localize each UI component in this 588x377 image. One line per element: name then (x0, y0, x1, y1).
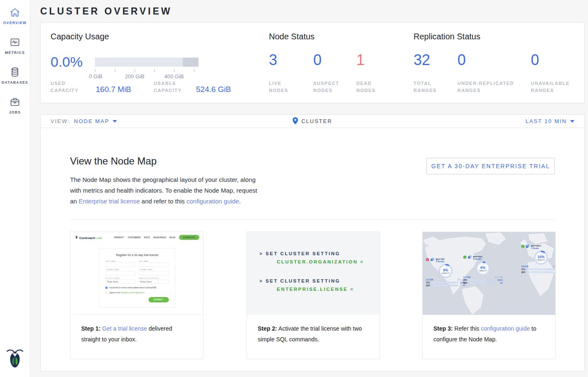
field-label: REASON FOR INTEREST (139, 278, 169, 279)
divider (70, 219, 555, 220)
node-map-panel: View the Node Map The Node Map shows the… (40, 128, 585, 371)
step-label: Step 2: (258, 325, 277, 332)
live-nodes-count: 3 (269, 53, 277, 68)
cpu-bar (469, 279, 496, 281)
step-3-caption: Step 3: Refer this configuration guide t… (423, 315, 555, 345)
field-label: COMPANY NAME (106, 269, 136, 271)
capacity-bar (95, 58, 198, 67)
qps-value: 0.0 (496, 282, 503, 284)
enterprise-trial-button[interactable]: GET A 30-DAY ENTERPRISE TRIAL (426, 158, 555, 174)
chevron-down-icon (113, 120, 117, 123)
cockroachdb-logo (5, 348, 24, 370)
chevron-down-icon (570, 120, 574, 123)
caption-text: Refer this (453, 325, 481, 332)
sidebar-item-label: OVERVIEW (0, 21, 30, 25)
checkbox-label: I would like to receive email updates ab… (109, 287, 157, 289)
cluster-summary-card: Capacity Usage 0.0% 0 GiB 200 GiB 400 Gi… (40, 22, 585, 103)
qps-label: QPS (521, 271, 526, 273)
dead-nodes-count: 1 (356, 53, 365, 68)
home-icon (9, 7, 21, 18)
download-pill: DOWNLOAD (179, 235, 199, 240)
qps-bar (469, 282, 496, 284)
used-capacity-label: USED CAPACITY (51, 80, 85, 94)
axis-tick (194, 69, 194, 72)
nav-item: BLOG (170, 237, 176, 239)
database-icon (9, 66, 21, 78)
step-1-caption: Step 1: Get a trial license delivered st… (70, 315, 203, 345)
text-field (139, 263, 169, 267)
used-capacity: 3.7 GiB (463, 276, 470, 278)
get-trial-license-link[interactable]: Get a trial license (102, 325, 147, 332)
metrics-icon (9, 36, 21, 48)
capacity-percent: 6% (480, 266, 485, 270)
cpu-value: 42.5% (496, 279, 503, 281)
replication-status-title: Replication Status (414, 32, 480, 41)
configuration-guide-link[interactable]: configuration guide (186, 198, 239, 205)
step-2-caption: Step 2: Activate the trial license with … (247, 315, 380, 345)
brand-name: Cockroach (79, 236, 95, 240)
live-nodes-label: LIVE NODES (269, 80, 298, 94)
select-field: Please Select (139, 280, 169, 284)
qps-value: 0.4 (554, 271, 555, 273)
cpu-label: CPU (426, 282, 431, 284)
axis-tick (154, 69, 155, 72)
sidebar-item-jobs[interactable]: JOBS (0, 96, 30, 114)
used-capacity: 3.2 GiB (426, 278, 433, 281)
nodes-icon (468, 255, 472, 260)
capacity-bar-nonusable-segment (183, 58, 198, 67)
page-title: CLUSTER OVERVIEW (40, 6, 588, 17)
location-pin-icon (293, 117, 298, 126)
capacity-gauge: 10% CAPACITY (534, 251, 548, 265)
nav-item: RESOURCES (153, 237, 166, 239)
sidebar-item-overview[interactable]: OVERVIEW (0, 7, 30, 25)
step-label: Step 1: (81, 325, 101, 332)
view-selector-value: NODE MAP (74, 118, 109, 124)
sidebar-item-metrics[interactable]: METRICS (0, 36, 30, 55)
axis-tick (115, 69, 115, 72)
suspect-nodes-label: SUSPECT NODES (313, 80, 346, 94)
capacity-percent: 9% (443, 268, 448, 272)
briefcase-icon (9, 96, 21, 108)
capacity-bar-chart: 0 GiB 200 GiB 400 GiB (95, 58, 198, 67)
axis-tick-label: 200 GiB (125, 73, 145, 80)
mini-site-nav: PRODUCT CUSTOMERS DOCS RESOURCES BLOG DO… (114, 235, 199, 240)
qps-label: QPS (463, 282, 468, 284)
axis-tick-label: 0 GiB (89, 73, 103, 80)
description-text: and refer to this (140, 198, 186, 205)
sql-commands-snippet: > SET CLUSTER SETTING CLUSTER.ORGANIZATI… (247, 232, 380, 315)
view-label: VIEW: (51, 118, 70, 124)
locality-node-count: 2 Nodes (473, 258, 482, 260)
healthy-status-icon: ✓ (521, 245, 525, 248)
usable-capacity-value: 524.6 GiB (196, 85, 231, 94)
locality-widget-sfo: ! geo=sfo 2 Nodes 9% CAPACITY 3.2 GiB35.… (426, 258, 465, 287)
configuration-guide-link[interactable]: configuration guide (481, 325, 530, 332)
unavailable-ranges-count: 0 (531, 53, 539, 68)
axis-tick (135, 69, 135, 72)
capacity-gauge: 6% CAPACITY (476, 261, 490, 276)
sidebar-item-label: JOBS (0, 110, 30, 114)
time-range-value: LAST 10 MIN (525, 118, 567, 124)
nav-item: PRODUCT (114, 237, 124, 239)
total-capacity: 43.7 GiB (495, 276, 503, 278)
suspect-nodes-count: 0 (313, 53, 322, 68)
enterprise-trial-license-link[interactable]: Enterprise trial license (79, 198, 140, 205)
used-capacity: 3.6 GiB (521, 265, 528, 268)
breadcrumb[interactable]: CLUSTER (293, 117, 332, 126)
nav-item: CUSTOMERS (128, 237, 140, 239)
used-capacity-value: 160.7 MiB (96, 85, 131, 94)
capacity-label: CAPACITY (537, 259, 545, 261)
time-range-dropdown[interactable]: LAST 10 MIN (525, 118, 574, 124)
checkbox-label: I agree to the (109, 292, 121, 294)
sidebar-item-databases[interactable]: DATABASES (0, 66, 30, 85)
capacity-gauge: 9% CAPACITY (439, 264, 453, 278)
nodes-icon (431, 258, 434, 262)
code-line: > SET CLUSTER SETTING (259, 251, 380, 256)
view-selector-dropdown[interactable]: NODE MAP (74, 118, 117, 124)
code-line: CLUSTER.ORGANIZATION = (277, 259, 380, 264)
field-label: LAST NAME (139, 261, 169, 262)
step-2-card: > SET CLUSTER SETTING CLUSTER.ORGANIZATI… (247, 232, 380, 359)
nodes-icon (526, 244, 530, 249)
text-field (106, 263, 136, 267)
capacity-label: CAPACITY (479, 270, 487, 271)
qps-value: 4.7 (459, 285, 465, 287)
